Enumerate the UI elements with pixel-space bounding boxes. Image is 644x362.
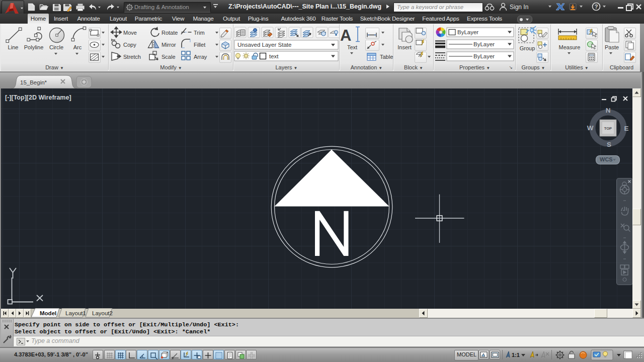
svg-text:E: E (624, 125, 628, 132)
svg-text:ByLayer: ByLayer (473, 53, 495, 59)
svg-text:W: W (587, 124, 594, 132)
svg-text:text: text (269, 53, 279, 59)
svg-text:Layout1: Layout1 (65, 310, 86, 316)
svg-text:N: N (606, 107, 611, 114)
svg-text:Unsaved Layer State: Unsaved Layer State (237, 42, 291, 48)
svg-text:ByLayer: ByLayer (457, 29, 478, 35)
svg-text:?: ? (595, 4, 598, 10)
svg-text:15_Begin*: 15_Begin* (20, 79, 47, 85)
svg-text:ByLayer: ByLayer (473, 41, 495, 47)
svg-text:Model: Model (40, 310, 56, 316)
svg-text:1:1: 1:1 (512, 352, 520, 358)
svg-text:S: S (607, 141, 611, 148)
svg-text:TOP: TOP (604, 126, 612, 131)
svg-text:Layout2: Layout2 (92, 310, 113, 316)
